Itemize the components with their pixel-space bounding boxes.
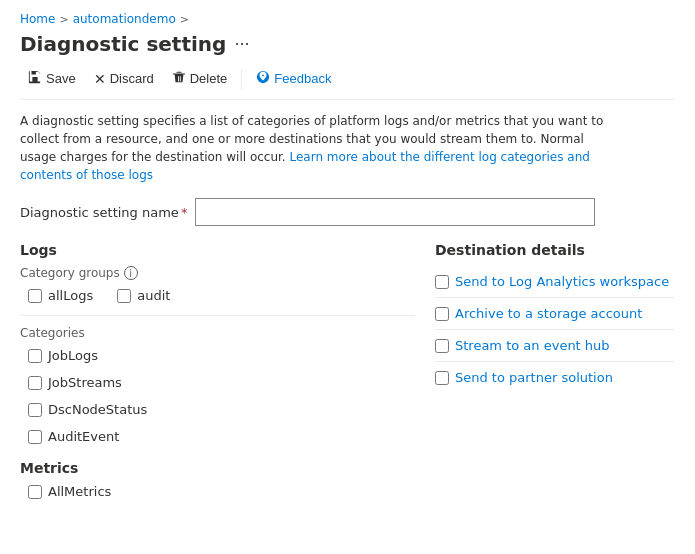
audit-label[interactable]: audit xyxy=(137,288,170,303)
category-groups-row: allLogs audit xyxy=(28,288,415,303)
categories-section: Categories JobLogs JobStreams DscNodeSta… xyxy=(20,326,415,444)
feedback-button[interactable]: Feedback xyxy=(248,66,339,91)
jobstreams-checkbox-item: JobStreams xyxy=(28,375,415,390)
allmetrics-checkbox-item: AllMetrics xyxy=(28,484,415,499)
metrics-section: Metrics AllMetrics xyxy=(20,460,415,499)
breadcrumb-sep1: > xyxy=(59,13,68,26)
save-label: Save xyxy=(46,71,76,86)
alllogs-label[interactable]: allLogs xyxy=(48,288,93,303)
more-options-button[interactable]: ··· xyxy=(234,35,249,54)
auditevent-checkbox-item: AuditEvent xyxy=(28,429,415,444)
storage-account-checkbox[interactable] xyxy=(435,307,449,321)
description: A diagnostic setting specifies a list of… xyxy=(20,112,620,184)
main-content: Logs Category groups i allLogs audit Cat… xyxy=(20,242,675,511)
auditevent-label[interactable]: AuditEvent xyxy=(48,429,119,444)
joblogs-checkbox-item: JobLogs xyxy=(28,348,415,363)
event-hub-checkbox[interactable] xyxy=(435,339,449,353)
dest-event-hub: Stream to an event hub xyxy=(435,330,675,362)
toolbar-separator xyxy=(241,69,242,89)
audit-checkbox[interactable] xyxy=(117,289,131,303)
joblogs-label[interactable]: JobLogs xyxy=(48,348,98,363)
required-indicator: * xyxy=(181,205,188,220)
alllogs-checkbox-item: allLogs xyxy=(28,288,93,303)
dest-storage-account: Archive to a storage account xyxy=(435,298,675,330)
storage-account-label[interactable]: Archive to a storage account xyxy=(455,306,642,321)
page-title: Diagnostic setting xyxy=(20,32,226,56)
discard-label: Discard xyxy=(110,71,154,86)
page-title-container: Diagnostic setting ··· xyxy=(20,32,675,56)
log-analytics-label[interactable]: Send to Log Analytics workspace xyxy=(455,274,669,289)
auditevent-checkbox[interactable] xyxy=(28,430,42,444)
diagnostic-name-input[interactable] xyxy=(195,198,595,226)
feedback-icon xyxy=(256,70,270,87)
dscnodestatus-label[interactable]: DscNodeStatus xyxy=(48,402,147,417)
dscnodestatus-checkbox-item: DscNodeStatus xyxy=(28,402,415,417)
discard-icon: ✕ xyxy=(94,71,106,87)
feedback-label: Feedback xyxy=(274,71,331,86)
delete-icon xyxy=(172,70,186,87)
discard-button[interactable]: ✕ Discard xyxy=(86,67,162,91)
categories-label: Categories xyxy=(20,326,415,340)
field-label: Diagnostic setting name* xyxy=(20,205,187,220)
breadcrumb-home[interactable]: Home xyxy=(20,12,55,26)
dscnodestatus-checkbox[interactable] xyxy=(28,403,42,417)
divider-categories xyxy=(20,315,415,316)
log-analytics-checkbox[interactable] xyxy=(435,275,449,289)
delete-button[interactable]: Delete xyxy=(164,66,236,91)
allmetrics-checkbox[interactable] xyxy=(28,485,42,499)
metrics-section-title: Metrics xyxy=(20,460,415,476)
jobstreams-checkbox[interactable] xyxy=(28,376,42,390)
toolbar: Save ✕ Discard Delete Feedback xyxy=(20,66,675,100)
allmetrics-label[interactable]: AllMetrics xyxy=(48,484,111,499)
delete-label: Delete xyxy=(190,71,228,86)
category-groups-label: Category groups i xyxy=(20,266,415,280)
diagnostic-setting-name-field: Diagnostic setting name* xyxy=(20,198,675,226)
audit-checkbox-item: audit xyxy=(117,288,170,303)
logs-section-title: Logs xyxy=(20,242,415,258)
breadcrumb: Home > automationdemo > xyxy=(20,12,675,26)
partner-solution-label[interactable]: Send to partner solution xyxy=(455,370,613,385)
destination-panel: Destination details Send to Log Analytic… xyxy=(435,242,675,511)
partner-solution-checkbox[interactable] xyxy=(435,371,449,385)
breadcrumb-sep2: > xyxy=(180,13,189,26)
save-button[interactable]: Save xyxy=(20,66,84,91)
dest-partner-solution: Send to partner solution xyxy=(435,362,675,393)
jobstreams-label[interactable]: JobStreams xyxy=(48,375,122,390)
save-icon xyxy=(28,70,42,87)
joblogs-checkbox[interactable] xyxy=(28,349,42,363)
logs-panel: Logs Category groups i allLogs audit Cat… xyxy=(20,242,415,511)
dest-log-analytics: Send to Log Analytics workspace xyxy=(435,266,675,298)
destination-section-title: Destination details xyxy=(435,242,675,258)
alllogs-checkbox[interactable] xyxy=(28,289,42,303)
breadcrumb-automationdemo[interactable]: automationdemo xyxy=(73,12,176,26)
info-icon[interactable]: i xyxy=(124,266,138,280)
event-hub-label[interactable]: Stream to an event hub xyxy=(455,338,610,353)
